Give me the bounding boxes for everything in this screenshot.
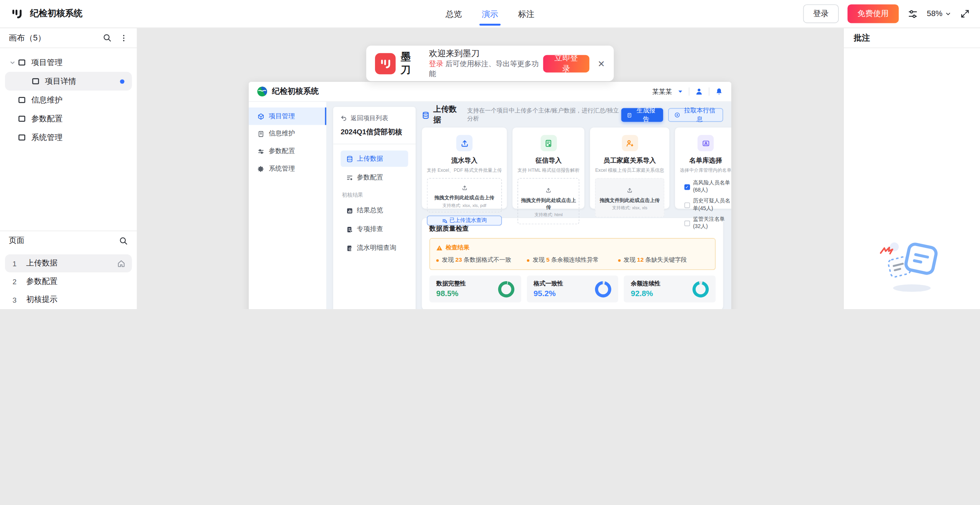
book-icon (258, 130, 264, 137)
back-to-project-list[interactable]: 返回项目列表 (341, 114, 408, 122)
back-undo-icon (341, 115, 347, 121)
page-item-2[interactable]: 2 参数配置 (5, 272, 132, 290)
page-number: 1 (13, 260, 26, 267)
page-item-3[interactable]: 3 初核提示 (5, 290, 132, 308)
metric-label: 数据完整性 (436, 280, 466, 288)
metric-data-completeness: 数据完整性98.5% (429, 275, 521, 302)
menu-label: 专项排查 (357, 225, 383, 234)
option-history-suspect-list[interactable]: 历史可疑人员名单(45人) (684, 197, 731, 212)
stage: 纪检初核系统 总览 演示 标注 登录 免费使用 58% 画布（5） (0, 0, 980, 309)
tree-item-project-management[interactable]: 项目管理 (5, 53, 132, 72)
option-label: 历史可疑人员名单(45人) (693, 197, 731, 212)
bank-logo-icon (257, 86, 267, 97)
tree-item-project-detail[interactable]: 项目详情 (5, 72, 132, 91)
option-regulator-watch-list[interactable]: 监管关注名单(32人) (684, 215, 731, 230)
option-high-risk-list[interactable]: 高风险人员名单(68人) (684, 179, 731, 194)
app-title: 纪检初核系统 (272, 86, 318, 97)
upload-subtitle: 支持在一个项目中上传多个主体/账户数据，进行汇总/独立分析 (467, 107, 621, 123)
checkbox-icon[interactable] (684, 184, 690, 190)
app-nav-parameter-config[interactable]: 参数配置 (249, 142, 326, 160)
card-credit-import: 征信导入 支持 HTML 格式征信报告解析 拖拽文件到此处或点击上传 支持格式:… (512, 127, 584, 209)
quality-title: 数据质量检查 (429, 224, 716, 233)
chevron-down-icon (9, 59, 15, 65)
user-name[interactable]: 某某某 (652, 87, 672, 96)
upload-tray-icon (456, 135, 472, 151)
zoom-level: 58% (927, 9, 942, 18)
menu-parameter-config[interactable]: 参数配置 (341, 169, 408, 186)
dropzone-transaction[interactable]: 拖拽文件到此处或点击上传 支持格式: xlsx, xls, pdf (427, 178, 502, 212)
presentation-canvas: 墨刀 欢迎来到墨刀 登录 后可使用标注、导出等更多功能 立即登录 ✕ 纪检初核系… (137, 28, 843, 309)
menu-upload-data[interactable]: 上传数据 (341, 151, 408, 167)
card-title: 员工家庭关系导入 (595, 156, 664, 165)
dropzone-formats: 支持格式: xlsx, xls, pdf (429, 202, 500, 209)
menu-results-overview[interactable]: 结果总览 (341, 202, 408, 218)
comments-panel-title: 批注 (844, 28, 980, 48)
donut-chart (594, 279, 613, 299)
login-now-button[interactable]: 立即登录 (543, 55, 590, 72)
tab-present[interactable]: 演示 (482, 0, 498, 28)
pull-bank-info-label: 拉取本行信息 (683, 106, 717, 124)
tree-item-system-management[interactable]: 系统管理 (5, 128, 132, 147)
finding-balance-anomaly: 发现 5 条余额连续性异常 (527, 256, 618, 264)
close-icon[interactable]: ✕ (598, 59, 605, 68)
app-nav-info-maintenance[interactable]: 信息维护 (249, 125, 326, 143)
donut-chart (691, 279, 710, 299)
page-label: 参数配置 (26, 276, 58, 287)
checkbox-icon[interactable] (684, 202, 690, 208)
metric-label: 格式一致性 (533, 280, 563, 288)
card-family-relation-import: 员工家庭关系导入 Excel 模板上传员工家庭关系信息 拖拽文件到此处或点击上传… (590, 127, 669, 209)
cloud-download-icon (674, 112, 680, 118)
dropzone-credit[interactable]: 拖拽文件到此处或点击上传 支持格式: html (517, 178, 579, 224)
dropdown-caret-icon[interactable] (677, 89, 683, 94)
layers-panel: 画布（5） 项目管理 项目详情 信息维护 参数 (0, 28, 137, 309)
frame-icon (18, 96, 26, 104)
gear-icon (258, 165, 264, 172)
bell-icon[interactable] (715, 88, 723, 96)
card-transaction-import: 流水导入 支持 Excel、PDF 格式文件批量上传 拖拽文件到此处或点击上传 … (422, 127, 507, 209)
tab-annotate[interactable]: 标注 (518, 0, 534, 28)
more-kebab-icon[interactable] (119, 33, 128, 42)
page-item-4[interactable]: 4 专项排查工作台-高风险 (5, 309, 132, 309)
pull-bank-info-button[interactable]: 拉取本行信息 (668, 108, 723, 122)
tree-item-parameter-config[interactable]: 参数配置 (5, 109, 132, 128)
person-add-icon (621, 135, 638, 151)
settings-sliders-icon[interactable] (907, 8, 918, 19)
home-icon (117, 259, 126, 268)
free-use-button[interactable]: 免费使用 (848, 4, 899, 23)
modao-brand-icon (375, 53, 396, 74)
frame-icon (18, 114, 26, 123)
user-icon[interactable] (695, 88, 703, 96)
metric-format-consistency: 格式一致性95.2% (527, 275, 618, 302)
zoom-control[interactable]: 58% (927, 9, 951, 18)
welcome-banner: 墨刀 欢迎来到墨刀 登录 后可使用标注、导出等更多功能 立即登录 ✕ (366, 46, 614, 81)
tree-item-info-maintenance[interactable]: 信息维护 (5, 91, 132, 109)
top-bar-left: 纪检初核系统 (0, 8, 83, 20)
tab-overview[interactable]: 总览 (446, 0, 462, 28)
app-nav-project-management[interactable]: 项目管理 (249, 108, 326, 125)
metric-balance-continuity: 余额连续性92.8% (624, 275, 716, 302)
finding-format-mismatch: 发现 23 条数据格式不一致 (436, 256, 527, 264)
app-nav-label: 参数配置 (269, 147, 295, 156)
app-nav-system-management[interactable]: 系统管理 (249, 160, 326, 178)
dropzone-family[interactable]: 拖拽文件到此处或点击上传 支持格式: xlsx, xls (595, 178, 664, 217)
menu-special-check[interactable]: 专项排查 (341, 221, 408, 237)
search-icon[interactable] (119, 236, 128, 245)
banner-login-link[interactable]: 登录 (429, 60, 444, 68)
upload-header: 上传数据 支持在一个项目中上传多个主体/账户数据，进行汇总/独立分析 生成报告 … (422, 107, 723, 123)
canvas-tree: 项目管理 项目详情 信息维护 参数配置 系统管理 (0, 48, 137, 204)
frame-icon (18, 58, 26, 67)
cube-icon (258, 113, 264, 120)
menu-label: 参数配置 (357, 173, 383, 182)
page-item-1[interactable]: 1 上传数据 (5, 254, 132, 272)
frame-icon (31, 77, 40, 86)
generate-report-button[interactable]: 生成报告 (621, 108, 663, 122)
checkbox-icon[interactable] (684, 220, 690, 226)
quality-metrics: 数据完整性98.5% 格式一致性95.2% 余额连续性92.8% (429, 275, 716, 302)
card-desc: 支持 Excel、PDF 格式文件批量上传 (427, 168, 502, 174)
login-button[interactable]: 登录 (803, 4, 839, 23)
fullscreen-icon[interactable] (960, 9, 970, 19)
search-icon[interactable] (103, 33, 112, 42)
check-result-box: 检查结果 发现 23 条数据格式不一致 发现 5 条余额连续性异常 发现 12 … (429, 238, 716, 270)
menu-transaction-detail-query[interactable]: 流水明细查询 (341, 240, 408, 256)
tree-item-label: 系统管理 (31, 132, 63, 143)
